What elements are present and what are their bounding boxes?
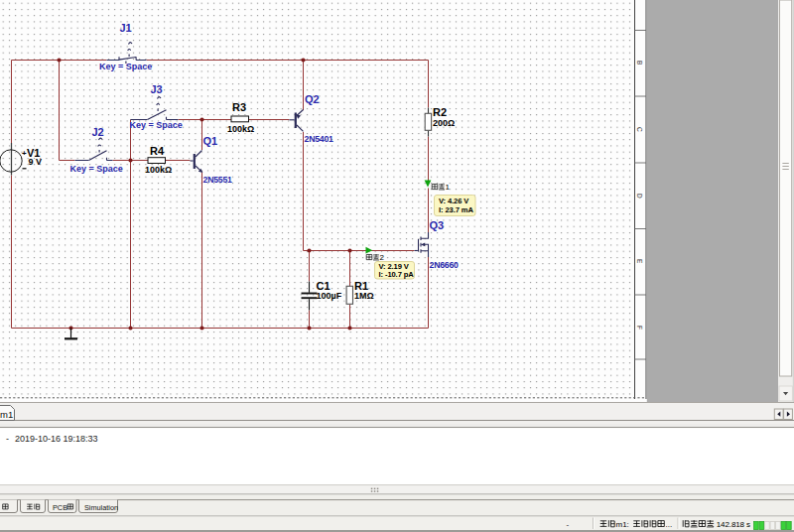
svg-text:9 V: 9 V — [29, 157, 43, 167]
svg-text:...: ... — [666, 520, 673, 529]
svg-text:Simulation: Simulation — [84, 503, 118, 512]
svg-text:B: B — [636, 61, 643, 65]
svg-text:2019-10-16 19:18:33: 2019-10-16 19:18:33 — [15, 434, 98, 444]
svg-text:2: 2 — [380, 253, 385, 262]
svg-text:1: 1 — [446, 183, 451, 192]
svg-text:m1:: m1: — [616, 520, 629, 529]
svg-text:J3: J3 — [151, 83, 163, 95]
svg-text:C: C — [636, 127, 643, 132]
svg-text:100kΩ: 100kΩ — [227, 124, 254, 134]
svg-text:J1: J1 — [120, 22, 132, 34]
svg-text:F: F — [636, 326, 643, 330]
svg-text:I: -10.7 pA: I: -10.7 pA — [379, 270, 415, 279]
svg-text:-: - — [6, 434, 9, 444]
svg-text:Q2: Q2 — [305, 93, 320, 105]
svg-text:R4: R4 — [150, 145, 165, 157]
svg-text:m1: m1 — [0, 409, 13, 420]
svg-text:R2: R2 — [433, 106, 447, 118]
svg-text:Q3: Q3 — [430, 219, 445, 231]
svg-text:-: - — [567, 520, 570, 529]
svg-text:Key = Space: Key = Space — [70, 164, 123, 174]
svg-text:E: E — [636, 259, 643, 264]
svg-text:: 142.818 s: : 142.818 s — [713, 520, 751, 529]
svg-text:2N6660: 2N6660 — [430, 260, 460, 270]
svg-text:PCB: PCB — [53, 503, 67, 512]
svg-text:J2: J2 — [92, 126, 104, 138]
svg-text:100µF: 100µF — [317, 291, 342, 301]
svg-text:Q1: Q1 — [203, 135, 218, 147]
svg-text:R1: R1 — [354, 280, 368, 292]
svg-text:100kΩ: 100kΩ — [145, 165, 172, 175]
svg-text:2N5551: 2N5551 — [203, 175, 233, 185]
svg-text:C1: C1 — [317, 280, 331, 292]
svg-text:D: D — [636, 194, 643, 199]
svg-text:Key = Space: Key = Space — [130, 120, 183, 130]
svg-text:200Ω: 200Ω — [433, 118, 455, 128]
svg-text:1MΩ: 1MΩ — [354, 291, 374, 301]
svg-text:R3: R3 — [232, 101, 246, 113]
svg-text:I: 23.7 mA: I: 23.7 mA — [439, 205, 473, 214]
svg-text:Key = Space: Key = Space — [99, 62, 152, 71]
svg-text:2N5401: 2N5401 — [305, 134, 334, 144]
